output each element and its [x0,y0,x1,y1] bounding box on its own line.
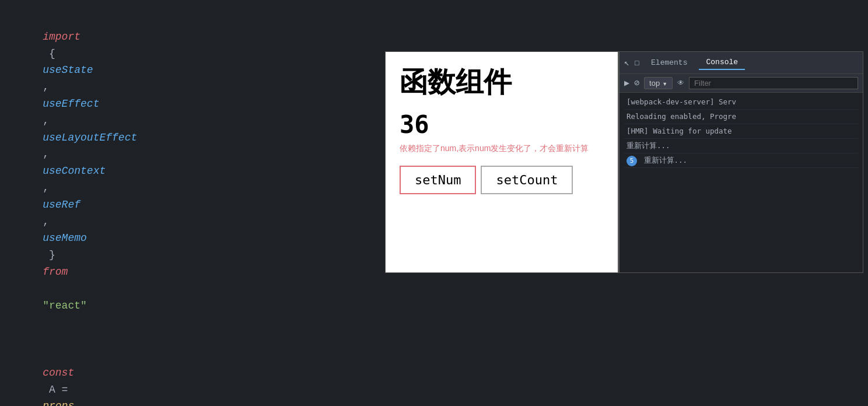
log-item: 重新计算... [624,139,858,153]
code-line-3: const A = props => { [18,348,850,406]
inspect-icon[interactable] [634,57,639,68]
devtools-panel: Elements Console top [webpack-dev-server… [618,51,863,273]
log-item: Reloading enabled, Progre [624,110,858,124]
preview-content: 函数组件 36 依赖指定了num,表示num发生变化了，才会重新计算 setNu… [386,52,618,272]
play-icon[interactable] [624,78,629,89]
setnum-button[interactable]: setNum [400,166,476,194]
keyword-import: import [43,31,80,43]
top-label: top [649,79,660,88]
tab-elements[interactable]: Elements [644,56,694,69]
setcount-button[interactable]: setCount [481,166,573,194]
preview-number: 36 [400,110,604,139]
ban-icon[interactable] [634,78,639,89]
tab-console[interactable]: Console [699,55,745,70]
top-dropdown[interactable]: top [644,77,673,89]
cursor-icon[interactable] [624,57,629,68]
keyword-from: from [43,266,68,278]
preview-description: 依赖指定了num,表示num发生变化了，才会重新计算 [400,144,604,154]
devtools-toolbar2: top [620,74,863,93]
preview-window: 函数组件 36 依赖指定了num,表示num发生变化了，才会重新计算 setNu… [385,51,618,273]
eye-icon[interactable] [677,78,684,88]
preview-buttons: setNum setCount [400,166,604,194]
log-item: 5 重新计算... [624,153,858,168]
chevron-down-icon [662,79,667,88]
preview-title: 函数组件 [400,64,604,101]
log-badge: 5 [626,156,637,166]
filter-input[interactable] [689,77,858,89]
devtools-log: [webpack-dev-server] Serv Reloading enab… [620,93,863,272]
devtools-tabs: Elements Console [620,52,863,74]
log-item: [HMR] Waiting for update [624,124,858,139]
code-line-blank1 [18,331,850,348]
log-item: [webpack-dev-server] Serv [624,95,858,110]
